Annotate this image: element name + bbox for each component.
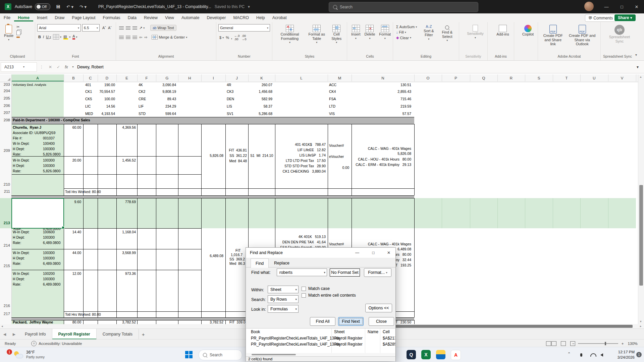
results-header-book[interactable]: Book	[251, 329, 260, 334]
column-header-I[interactable]: I	[201, 74, 226, 81]
zoom-out-icon[interactable]: −	[572, 342, 575, 346]
sheet-nav-right-icon[interactable]: ▶	[9, 329, 19, 340]
zoom-level[interactable]: 130%	[628, 342, 637, 346]
column-header-C[interactable]: C	[83, 74, 98, 81]
dialog-maximize-icon[interactable]: □	[367, 248, 380, 258]
result-row-0-book[interactable]: PR_PayrollRegisterCheckLevelTotals_U4F_1…	[251, 336, 340, 341]
taskbar-clock[interactable]: 12:17 PM3/24/2026	[610, 349, 635, 360]
result-row-0-sheet[interactable]: Payroll Register	[334, 336, 363, 341]
column-header-R[interactable]: R	[497, 74, 525, 81]
microphone-icon[interactable]	[580, 347, 582, 362]
match-case-label[interactable]: Match case	[308, 286, 330, 291]
result-row-1-cell[interactable]: $A$285	[383, 342, 395, 347]
column-header-F[interactable]: F	[137, 74, 156, 81]
row-header-211[interactable]: 211	[0, 188, 12, 195]
results-header-sheet[interactable]: Sheet	[334, 329, 344, 334]
sheet-nav-left-icon[interactable]: ◀	[0, 329, 9, 340]
result-row-1-book[interactable]: PR_PayrollRegisterCheckLevelTotals_U4F_1…	[251, 342, 340, 347]
column-header-D[interactable]: D	[98, 74, 117, 81]
column-header-P[interactable]: P	[442, 74, 470, 81]
find-all-button[interactable]: Find All	[310, 317, 335, 326]
new-sheet-button[interactable]: +	[139, 329, 148, 340]
row-header-215[interactable]: 215	[0, 249, 12, 270]
app-icon-q[interactable]: Q	[407, 350, 416, 359]
row-header-205[interactable]: 205	[0, 95, 12, 103]
sheet-tab-company-totals[interactable]: Company Totals	[97, 329, 139, 340]
match-entire-label[interactable]: Match entire cell contents	[308, 293, 356, 298]
column-header-E[interactable]: E	[116, 74, 138, 81]
file-explorer-icon[interactable]	[436, 350, 445, 359]
zoom-slider[interactable]	[578, 343, 618, 344]
column-header-H[interactable]: H	[178, 74, 202, 81]
column-header-Q[interactable]: Q	[470, 74, 498, 81]
row-header-213[interactable]: 213	[0, 198, 12, 228]
dialog-close-button[interactable]: Close	[369, 317, 394, 326]
column-header-G[interactable]: G	[156, 74, 178, 81]
row-header-216[interactable]: 216	[0, 270, 12, 311]
page-layout-view-icon[interactable]	[561, 341, 566, 346]
row-header-210[interactable]: 210	[0, 181, 12, 188]
match-entire-checkbox[interactable]	[302, 293, 306, 298]
result-row-1-sheet[interactable]: Payroll Register	[334, 342, 363, 347]
results-scrollbar[interactable]	[246, 353, 395, 356]
dialog-close-icon[interactable]: ✕	[382, 248, 395, 258]
row-header-206[interactable]: 206	[0, 103, 12, 110]
column-header-B[interactable]: B	[64, 74, 84, 81]
replace-tab[interactable]: Replace	[269, 258, 294, 267]
search-results-list[interactable]: BookSheetNameCellPR_PayrollRegisterCheck…	[246, 328, 395, 353]
vertical-scroll-thumb[interactable]	[639, 185, 643, 286]
match-case-checkbox[interactable]	[302, 287, 306, 291]
column-header-M[interactable]: M	[328, 74, 352, 81]
row-header-208[interactable]: 208	[0, 117, 12, 124]
column-header-V[interactable]: V	[608, 74, 636, 81]
look-in-select[interactable]: Formulas▾	[268, 305, 299, 313]
sheet-tab-payroll-register[interactable]: Payroll Register	[52, 329, 97, 340]
select-all-corner[interactable]	[0, 74, 12, 82]
column-header-U[interactable]: U	[580, 74, 608, 81]
column-header-N[interactable]: N	[352, 74, 415, 81]
column-header-A[interactable]: A	[11, 74, 64, 81]
normal-view-icon[interactable]	[551, 341, 556, 346]
sheet-tab-payroll-info[interactable]: Payroll Info	[19, 329, 52, 340]
weather-desc[interactable]: Partly sunny	[26, 355, 45, 359]
taskbar-search[interactable]: Search	[199, 350, 242, 360]
vertical-scrollbar[interactable]: ▴▾	[638, 74, 644, 324]
find-next-button[interactable]: Find Next	[338, 317, 364, 326]
results-scroll-thumb[interactable]	[252, 354, 296, 355]
find-what-input[interactable]: roberts▾	[277, 268, 327, 276]
dialog-minimize-icon[interactable]: —	[351, 248, 364, 258]
results-header-name[interactable]: Name	[368, 329, 378, 334]
zoom-in-icon[interactable]: +	[622, 342, 624, 346]
start-button[interactable]	[185, 351, 193, 358]
column-header-L[interactable]: L	[275, 74, 328, 81]
notification-badge[interactable]: 1	[636, 352, 642, 357]
fill-handle[interactable]	[62, 226, 64, 229]
result-row-0-cell[interactable]: $A$213	[383, 336, 395, 341]
accessibility-status[interactable]: Accessibility: Unavailable	[39, 342, 82, 346]
options-button[interactable]: Options <<	[365, 304, 392, 312]
row-header-203[interactable]: 203	[0, 82, 12, 88]
row-header-207[interactable]: 207	[0, 110, 12, 117]
format-button[interactable]: Format... ▾	[364, 268, 391, 277]
weather-icon[interactable]	[14, 351, 23, 359]
row-header-209[interactable]: 209	[0, 124, 12, 181]
column-headers[interactable]: ABCDEFGHIJKLMNOPQRSTUV	[0, 74, 644, 82]
column-header-J[interactable]: J	[225, 74, 249, 81]
within-select[interactable]: Sheet▾	[268, 286, 299, 293]
column-header-S[interactable]: S	[525, 74, 553, 81]
column-header-K[interactable]: K	[248, 74, 275, 81]
volume-icon[interactable]	[600, 347, 603, 362]
acrobat-icon[interactable]: A	[451, 350, 461, 360]
wifi-icon[interactable]	[590, 347, 596, 362]
row-header-204[interactable]: 204	[0, 88, 12, 95]
search-select[interactable]: By Rows▾	[268, 295, 299, 303]
zoom-slider-thumb[interactable]	[605, 342, 606, 345]
active-cell-A213[interactable]	[11, 198, 64, 229]
row-header-217[interactable]: 217	[0, 311, 12, 317]
weather-temp[interactable]: 36°F	[26, 350, 35, 355]
find-tab[interactable]: Find	[251, 258, 269, 268]
tray-chevron-icon[interactable]: ˆ	[568, 347, 570, 362]
column-header-T[interactable]: T	[553, 74, 581, 81]
results-header-cell[interactable]: Cell	[383, 329, 390, 334]
column-header-O[interactable]: O	[414, 74, 442, 81]
